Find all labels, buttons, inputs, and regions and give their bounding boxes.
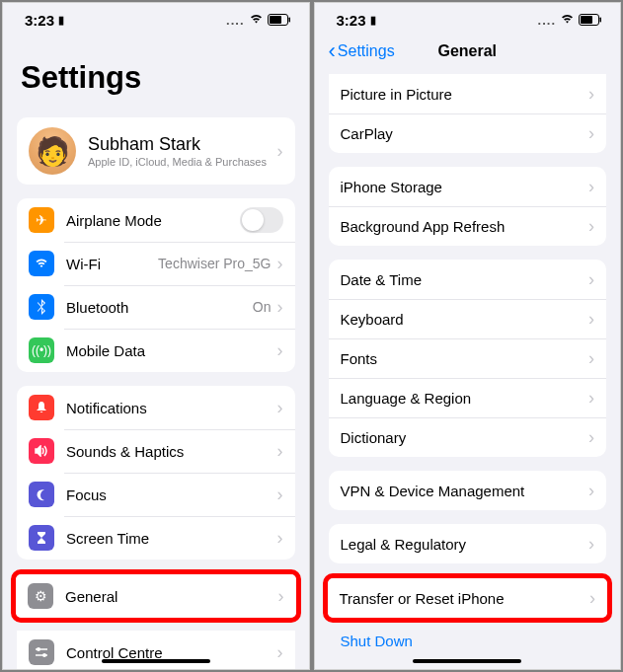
chevron-left-icon: ‹ (329, 40, 336, 62)
chevron-right-icon: › (277, 141, 283, 162)
svg-rect-1 (270, 16, 281, 24)
carplay-row[interactable]: CarPlay › (329, 113, 607, 153)
chevron-right-icon: › (588, 534, 594, 555)
bell-icon (29, 395, 54, 420)
gear-icon: ⚙ (28, 583, 53, 609)
chevron-right-icon: › (277, 398, 283, 418)
svg-rect-15 (600, 18, 602, 23)
background-refresh-row[interactable]: Background App Refresh › (329, 206, 607, 246)
speaker-icon (29, 438, 54, 464)
picture-in-picture-row[interactable]: Picture in Picture › (329, 74, 607, 113)
apple-id-row[interactable]: 🧑 Subham Stark Apple ID, iCloud, Media &… (17, 117, 295, 185)
dictionary-row[interactable]: Dictionary › (329, 417, 607, 457)
antenna-icon: ((•)) (29, 337, 54, 363)
switches-icon (29, 639, 54, 665)
chevron-right-icon: › (277, 485, 283, 505)
battery-icon (579, 14, 602, 26)
status-bar: 3:23 ▮ .... (3, 3, 309, 33)
date-time-row[interactable]: Date & Time › (329, 260, 607, 299)
chevron-right-icon: › (588, 481, 594, 501)
general-settings-screen: 3:23 ▮ .... ‹ Settings General Picture i… (314, 2, 622, 670)
row-label: Mobile Data (66, 342, 277, 359)
bluetooth-detail: On (253, 299, 272, 315)
row-label: VPN & Device Management (341, 483, 589, 499)
cellular-icon: .... (538, 13, 556, 28)
chevron-right-icon: › (588, 309, 594, 330)
cellular-icon: .... (226, 13, 244, 28)
bluetooth-row[interactable]: Bluetooth On › (17, 285, 295, 329)
row-label: Transfer or Reset iPhone (340, 590, 590, 607)
row-label: Background App Refresh (341, 218, 589, 235)
row-label: Picture in Picture (341, 86, 589, 103)
home-indicator[interactable] (102, 659, 210, 663)
row-label: Keyboard (341, 311, 589, 328)
status-time: 3:23 (337, 12, 366, 29)
row-label: Control Centre (66, 644, 277, 661)
chevron-right-icon: › (589, 588, 595, 609)
chevron-right-icon: › (588, 269, 594, 290)
wifi-status-icon (560, 13, 575, 28)
storage-section: iPhone Storage › Background App Refresh … (329, 167, 607, 246)
legal-row[interactable]: Legal & Regulatory › (329, 524, 607, 563)
row-label: Screen Time (66, 530, 277, 547)
transfer-reset-highlight: Transfer or Reset iPhone › (323, 573, 613, 623)
locale-section: Date & Time › Keyboard › Fonts › Languag… (329, 260, 607, 457)
wifi-icon (29, 251, 54, 276)
profile-section: 🧑 Subham Stark Apple ID, iCloud, Media &… (17, 117, 295, 185)
control-centre-row[interactable]: Control Centre › (17, 631, 295, 670)
pip-section: Picture in Picture › CarPlay › (329, 74, 607, 153)
screen-time-row[interactable]: Screen Time › (17, 516, 295, 560)
chevron-right-icon: › (277, 642, 283, 663)
chevron-right-icon: › (277, 254, 283, 274)
chevron-right-icon: › (278, 586, 284, 607)
notifications-row[interactable]: Notifications › (17, 386, 295, 429)
airplane-mode-row[interactable]: ✈ Airplane Mode (17, 198, 295, 242)
legal-section: Legal & Regulatory › (329, 524, 607, 563)
general-highlight: ⚙ General › (11, 569, 301, 623)
status-bar: 3:23 ▮ .... (315, 3, 621, 33)
chevron-right-icon: › (588, 427, 594, 448)
row-label: Notifications (66, 400, 277, 416)
system-section: Control Centre › AA Display & Brightness… (17, 631, 295, 670)
chevron-right-icon: › (277, 340, 283, 361)
chevron-right-icon: › (277, 297, 283, 318)
sounds-row[interactable]: Sounds & Haptics › (17, 429, 295, 473)
fonts-row[interactable]: Fonts › (329, 338, 607, 378)
row-label: General (65, 588, 278, 605)
row-label: CarPlay (341, 125, 589, 142)
page-title: Settings (3, 33, 309, 104)
home-indicator[interactable] (413, 659, 521, 663)
wifi-detail: Techwiser Pro_5G (158, 256, 271, 271)
row-label: Fonts (341, 350, 589, 367)
location-icon: ▮ (58, 14, 64, 27)
iphone-storage-row[interactable]: iPhone Storage › (329, 167, 607, 206)
mobile-data-row[interactable]: ((•)) Mobile Data › (17, 329, 295, 372)
row-label: Wi-Fi (66, 256, 158, 272)
chevron-right-icon: › (277, 441, 283, 462)
keyboard-row[interactable]: Keyboard › (329, 299, 607, 338)
row-label: Date & Time (341, 271, 589, 288)
notifications-section: Notifications › Sounds & Haptics › Focus… (17, 386, 295, 560)
transfer-reset-row[interactable]: Transfer or Reset iPhone › (328, 578, 608, 618)
language-region-row[interactable]: Language & Region › (329, 378, 607, 417)
battery-icon (268, 14, 291, 26)
wifi-row[interactable]: Wi-Fi Techwiser Pro_5G › (17, 242, 295, 285)
wifi-status-icon (249, 13, 264, 28)
row-label: Airplane Mode (66, 212, 240, 229)
airplane-toggle[interactable] (240, 207, 283, 233)
back-button[interactable]: ‹ Settings (329, 40, 395, 62)
profile-name: Subham Stark (88, 134, 277, 155)
chevron-right-icon: › (588, 216, 594, 237)
focus-row[interactable]: Focus › (17, 473, 295, 516)
bluetooth-icon (29, 294, 54, 320)
row-label: iPhone Storage (341, 179, 589, 195)
back-label: Settings (338, 42, 395, 60)
connectivity-section: ✈ Airplane Mode Wi-Fi Techwiser Pro_5G ›… (17, 198, 295, 372)
avatar: 🧑 (29, 127, 76, 175)
vpn-row[interactable]: VPN & Device Management › (329, 471, 607, 510)
settings-main-screen: 3:23 ▮ .... Settings 🧑 Subham Stark Appl… (2, 2, 310, 670)
shut-down-link[interactable]: Shut Down (315, 623, 621, 659)
moon-icon (29, 482, 54, 507)
row-label: Language & Region (341, 390, 589, 407)
general-row[interactable]: ⚙ General › (16, 574, 296, 618)
